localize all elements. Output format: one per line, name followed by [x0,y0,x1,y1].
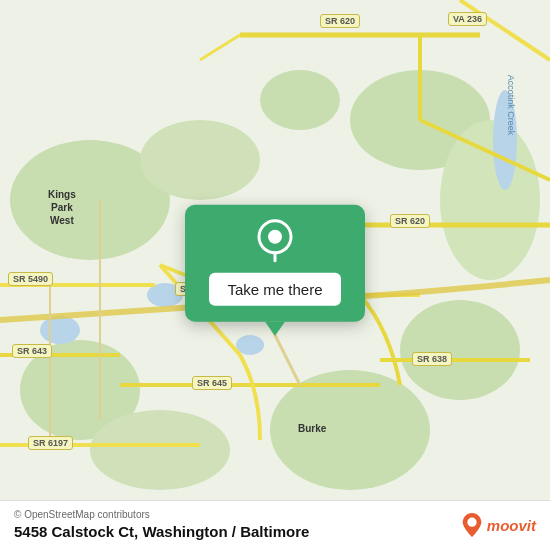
road-label-sr643: SR 643 [12,344,52,358]
location-pin-icon [253,219,297,263]
map-container: SR 620 VA 236 SR 5490 SR 620 SR 651 SR 6… [0,0,550,550]
svg-point-11 [236,335,264,355]
svg-point-30 [268,230,282,244]
svg-point-4 [440,120,540,280]
road-label-sr645-bot: SR 645 [192,376,232,390]
place-name-kings-park: KingsParkWest [48,188,76,227]
svg-point-12 [40,316,80,344]
road-label-sr638: SR 638 [412,352,452,366]
road-label-sr6197: SR 6197 [28,436,73,450]
moovit-text: moovit [487,517,536,534]
moovit-pin-icon [461,512,483,538]
road-label-sr620-top: SR 620 [320,14,360,28]
svg-point-5 [400,300,520,400]
svg-point-6 [270,370,430,490]
moovit-logo: moovit [461,512,536,538]
attribution-text: © OpenStreetMap contributors [14,509,536,520]
place-name-burke: Burke [298,422,326,435]
svg-point-2 [140,120,260,200]
popup-card: Take me there [185,205,365,322]
road-label-sr5490: SR 5490 [8,272,53,286]
road-label-sr620-mid: SR 620 [390,214,430,228]
svg-point-8 [90,410,230,490]
road-label-va236: VA 236 [448,12,487,26]
svg-point-31 [467,518,476,527]
take-me-there-button[interactable]: Take me there [209,273,340,306]
creek-label: Accotink Creek [507,75,517,136]
address-text: 5458 Calstock Ct, Washington / Baltimore [14,523,536,540]
svg-point-9 [260,70,340,130]
